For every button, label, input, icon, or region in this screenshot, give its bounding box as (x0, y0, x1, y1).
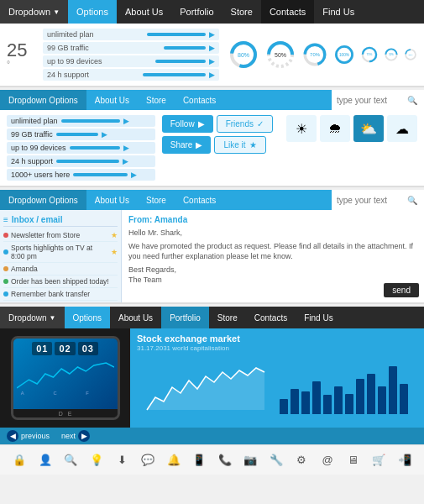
stat-row-3: 24 h support ▶ (43, 69, 219, 81)
share-icon: ▶ (196, 140, 202, 150)
weather-rain: 🌧 (320, 115, 350, 142)
bar-9 (378, 386, 386, 414)
likeit-button[interactable]: Like it ★ (214, 136, 265, 154)
nav-options-1[interactable]: Options (68, 0, 117, 24)
email-from: From: Amanda (128, 215, 417, 224)
monitor-icon[interactable]: 🖥 (344, 451, 363, 470)
email-greeting: Hello Mr. Shark, (128, 228, 417, 239)
prev-arrow-icon: ◀ (7, 430, 18, 442)
email-item-4[interactable]: Remember bank transfer (3, 288, 118, 301)
sn-store-3[interactable]: Store (138, 190, 175, 210)
at-icon[interactable]: @ (318, 451, 337, 470)
nav-store-1[interactable]: Store (222, 0, 261, 24)
stock-subtitle: 31.17.2031 world capitalisation (137, 344, 417, 352)
weather-box: ☀ 🌧 ⛅ ☁ (286, 115, 417, 142)
sn-store-2[interactable]: Store (138, 90, 175, 110)
weather-cloud: ⛅ (353, 115, 384, 142)
cart-icon[interactable]: 🛒 (369, 451, 388, 470)
bar-6 (345, 394, 353, 414)
circle-75: 75% (360, 45, 379, 64)
email-item-2[interactable]: Amanda (3, 263, 118, 276)
nav-contacts-1[interactable]: Contacts (261, 0, 314, 24)
nav-dropdown-1[interactable]: Dropdown ▼ (0, 0, 68, 24)
stat-icon-3: ▶ (209, 71, 215, 79)
camera-icon[interactable]: 📷 (241, 451, 259, 470)
email-item-5[interactable]: Dinner with Paula ★ (3, 301, 118, 302)
inbox-panel: ≡ Inbox / email Newsletter from Store ★ … (0, 210, 122, 302)
friends-icon: ✓ (257, 119, 264, 129)
svg-text:70%: 70% (310, 52, 321, 57)
temperature-unit: ° (7, 60, 36, 69)
nav-portfolio-1[interactable]: Portfolio (171, 0, 222, 24)
stat-row-1: 99 GB traffic ▶ (43, 42, 219, 54)
email-item-3[interactable]: Order has been shipped today! (3, 276, 118, 288)
gear-icon[interactable]: ⚙ (292, 451, 311, 470)
next-button[interactable]: next ▶ (61, 430, 90, 442)
chat-icon[interactable]: 💬 (139, 451, 157, 470)
search-box-3[interactable]: 🔍 (332, 190, 424, 210)
email-item-0[interactable]: Newsletter from Store ★ (3, 229, 118, 242)
follow-button[interactable]: Follow ▶ (162, 115, 213, 133)
search-box-2[interactable]: 🔍 (332, 90, 424, 110)
n4-findus[interactable]: Find Us (296, 307, 341, 328)
nav-about-1[interactable]: About Us (117, 0, 171, 24)
btn-row-1: Follow ▶ Friends ✓ (162, 115, 273, 133)
user-icon[interactable]: 👤 (36, 451, 55, 470)
s2-stat-4: 1000+ users here ▶ (7, 169, 155, 181)
bell-icon[interactable]: 🔔 (165, 451, 183, 470)
sn-about-3[interactable]: About Us (86, 190, 138, 210)
email-dot-4 (3, 291, 8, 297)
wrench-icon[interactable]: 🔧 (267, 451, 285, 470)
section1: Dropdown ▼ Options About Us Portfolio St… (0, 0, 424, 87)
stock-bar-chart (280, 364, 417, 414)
sn-about-2[interactable]: About Us (86, 90, 138, 110)
friends-button[interactable]: Friends ✓ (217, 115, 273, 133)
lock-icon[interactable]: 🔒 (10, 451, 29, 470)
bar-11 (400, 384, 408, 414)
follow-icon: ▶ (198, 119, 205, 129)
tablet-device-container: 01 02 03 A C F D E (0, 328, 130, 428)
section2: Dropdown Options About Us Store Contacts… (0, 90, 424, 187)
search-icon[interactable]: 🔍 (61, 451, 80, 470)
sn-dropdown-3[interactable]: Dropdown Options (0, 190, 86, 210)
n4-portfolio[interactable]: Portfolio (161, 307, 209, 328)
previous-button[interactable]: ◀ previous (7, 430, 50, 442)
s2-stat-1: 99 GB traffic ▶ (7, 129, 155, 140)
sn-contacts-3[interactable]: Contacts (175, 190, 224, 210)
tablet-icon[interactable]: 📲 (395, 451, 414, 470)
s2-right: Follow ▶ Friends ✓ Share ▶ Like it ★ (162, 115, 273, 154)
likeit-icon: ★ (249, 140, 257, 150)
stats-list-1: unlimited plan ▶ 99 GB traffic ▶ up to 9… (43, 29, 219, 81)
nav-findus-1[interactable]: Find Us (314, 0, 363, 24)
download-icon[interactable]: ⬇ (113, 451, 132, 470)
n4-contacts[interactable]: Contacts (246, 307, 296, 328)
stock-title: Stock exchange market (137, 333, 417, 344)
svg-text:A: A (20, 391, 24, 396)
n4-about[interactable]: About Us (110, 307, 161, 328)
mobile-icon[interactable]: 📱 (190, 451, 208, 470)
stat-icon-1: ▶ (209, 44, 215, 52)
sn-dropdown-2[interactable]: Dropdown Options (0, 90, 86, 110)
bulb-icon[interactable]: 💡 (87, 451, 106, 470)
star-0: ★ (111, 231, 118, 239)
search-input-2[interactable] (337, 96, 404, 105)
share-button[interactable]: Share ▶ (162, 136, 212, 154)
bar-5 (334, 386, 343, 414)
s2-stat-2: up to 99 devices ▶ (7, 142, 155, 154)
n4-dropdown[interactable]: Dropdown ▼ (0, 307, 65, 328)
sn-contacts-2[interactable]: Contacts (175, 90, 224, 110)
circles-row: 80% 50% 70% (228, 39, 417, 71)
tablet-bottom-bar: D E (13, 409, 118, 417)
search-input-3[interactable] (337, 196, 404, 205)
s2-bar-3 (56, 160, 119, 163)
email-item-1[interactable]: Sports highlights on TV at 8:00 pm ★ (3, 242, 118, 263)
counter-3: 03 (78, 342, 98, 355)
n4-store[interactable]: Store (209, 307, 246, 328)
svg-text:80%: 80% (238, 52, 249, 58)
s2-bar-2 (70, 146, 120, 150)
send-button[interactable]: send (384, 283, 419, 297)
search-icon-2: 🔍 (407, 96, 417, 105)
phone-icon[interactable]: 📞 (216, 451, 234, 470)
s2-stats-list: unlimited plan ▶ 99 GB traffic ▶ up to 9… (7, 115, 155, 181)
n4-options[interactable]: Options (65, 307, 110, 328)
